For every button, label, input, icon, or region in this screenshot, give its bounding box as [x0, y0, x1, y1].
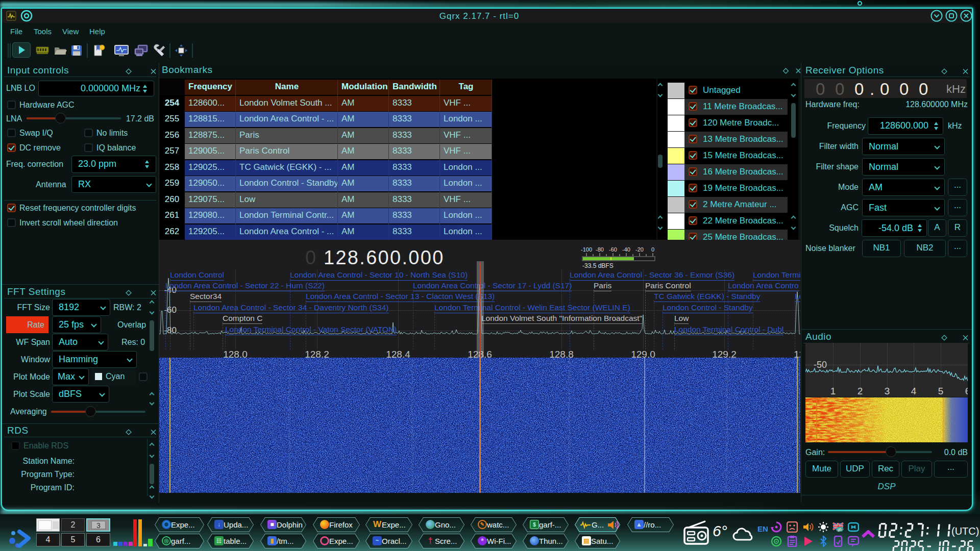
svg-text:gb: gb: [838, 528, 842, 532]
